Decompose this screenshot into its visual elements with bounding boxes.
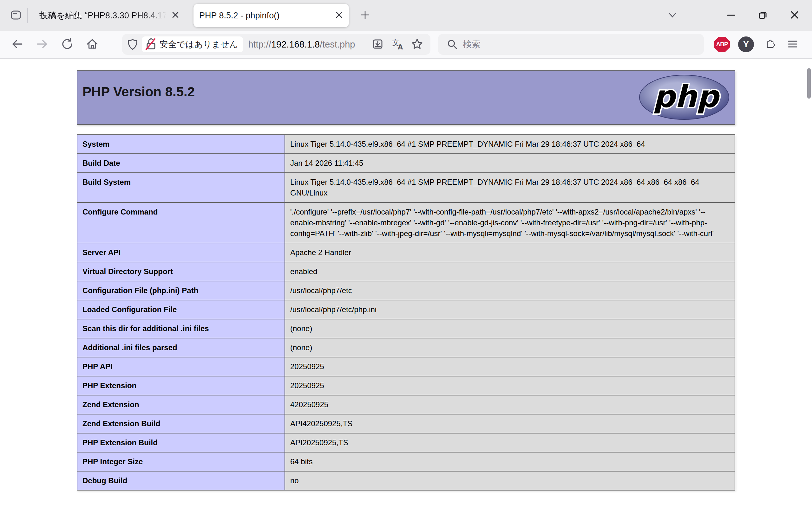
tab-strip: 投稿を編集 “PHP8.3.30 PH8.4.17 PHP PHP 8.5.2 … [0,0,812,31]
security-status-chip[interactable]: 安全ではありません [142,37,243,52]
table-row: Debug Buildno [77,471,735,490]
tab-wordpress-edit[interactable]: 投稿を編集 “PHP8.3.30 PH8.4.17 PHP [34,4,185,27]
new-tab-button[interactable] [357,7,374,24]
row-value: enabled [285,262,735,281]
table-row: Additional .ini files parsed(none) [77,338,735,357]
url-path: /test.php [320,39,355,49]
table-row: Virtual Directory Supportenabled [77,262,735,281]
table-row: Build SystemLinux Tiger 5.14.0-435.el9.x… [77,173,735,203]
tab-close-button[interactable] [334,10,345,21]
app-menu-button[interactable] [784,36,802,53]
row-value: 20250925 [285,376,735,395]
home-button[interactable] [83,35,102,54]
table-row: Server APIApache 2 Handler [77,243,735,262]
tab-separator [27,8,28,23]
page-content: PHP Version 8.5.2 php [0,59,812,506]
tracking-protection-shield-icon[interactable] [125,37,140,52]
row-label: PHP Extension Build [77,433,285,452]
star-icon [411,38,423,51]
urlbar-action-icons: 文 A [366,37,425,52]
url-bar[interactable]: 安全ではありません http://192.168.1.8/test.php [122,34,430,55]
url-text: http://192.168.1.8/test.php [248,39,355,50]
table-row: Configure Command'./configure' '--prefix… [77,203,735,243]
translate-page-button[interactable]: 文 A [390,37,405,52]
back-button[interactable] [7,35,27,54]
row-label: Build System [77,173,285,203]
php-logo-text: php [653,79,720,114]
back-arrow-icon [10,38,24,52]
window-restore-button[interactable] [752,5,773,26]
row-label: Scan this dir for additional .ini files [77,319,285,338]
row-value: 64 bits [285,452,735,471]
tab-close-button[interactable] [170,10,181,21]
svg-text:A: A [398,43,403,50]
translate-icon: 文 A [391,38,404,51]
row-value: Linux Tiger 5.14.0-435.el9.x86_64 #1 SMP… [285,173,735,203]
row-label: PHP Extension [77,376,285,395]
row-label: Build Date [77,154,285,173]
reload-button[interactable] [57,35,77,54]
forward-button[interactable] [32,35,52,54]
row-label: Additional .ini files parsed [77,338,285,357]
row-label: Debug Build [77,471,285,490]
row-value: Linux Tiger 5.14.0-435.el9.x86_64 #1 SMP… [285,135,735,154]
reload-icon [61,38,74,52]
row-value: /usr/local/php7/etc/php.ini [285,300,735,319]
row-value: API20250925,TS [285,433,735,452]
download-icon [371,38,384,51]
tab-phpinfo[interactable]: PHP 8.5.2 - phpinfo() [194,4,349,27]
adblock-plus-extension-button[interactable]: ABP [714,37,730,52]
extensions-button[interactable] [761,36,779,53]
phpinfo-header: PHP Version 8.5.2 php [77,70,735,125]
row-value: (none) [285,319,735,338]
table-row: Loaded Configuration File/usr/local/php7… [77,300,735,319]
search-icon [446,38,458,50]
table-row: Configuration File (php.ini) Path/usr/lo… [77,281,735,300]
bookmark-star-button[interactable] [409,37,425,52]
firefox-view-button[interactable] [7,7,25,24]
row-value: (none) [285,338,735,357]
search-bar[interactable]: 検索 [438,34,704,55]
forward-arrow-icon [36,38,49,52]
search-placeholder: 検索 [463,38,480,50]
url-host: 192.168.1.8 [271,39,320,49]
table-row: Scan this dir for additional .ini files(… [77,319,735,338]
download-page-button[interactable] [370,37,386,52]
account-avatar[interactable]: Y [738,37,754,52]
navigation-toolbar: 安全ではありません http://192.168.1.8/test.php [0,31,812,59]
plus-icon [359,9,371,21]
phpinfo-table-body: SystemLinux Tiger 5.14.0-435.el9.x86_64 … [77,135,735,490]
close-icon [171,11,180,20]
table-row: PHP API20250925 [77,357,735,376]
row-label: Virtual Directory Support [77,262,285,281]
row-value: no [285,471,735,490]
row-label: System [77,135,285,154]
broken-lock-icon [145,37,157,52]
chevron-down-icon [667,9,678,21]
vertical-scrollbar-thumb[interactable] [807,68,811,99]
window-close-button[interactable] [784,5,805,26]
tab-title: PHP 8.5.2 - phpinfo() [199,4,334,27]
list-all-tabs-button[interactable] [664,7,681,24]
table-row: Build DateJan 14 2026 11:41:45 [77,154,735,173]
row-label: Configuration File (php.ini) Path [77,281,285,300]
tab-title: 投稿を編集 “PHP8.3.30 PH8.4.17 PHP [39,4,170,27]
row-value: Apache 2 Handler [285,243,735,262]
row-label: Server API [77,243,285,262]
row-value: Jan 14 2026 11:41:45 [285,154,735,173]
browser-window: 投稿を編集 “PHP8.3.30 PH8.4.17 PHP PHP 8.5.2 … [0,0,812,507]
row-label: Zend Extension [77,395,285,414]
row-value: API420250925,TS [285,414,735,433]
phpinfo-table: SystemLinux Tiger 5.14.0-435.el9.x86_64 … [77,134,735,491]
row-label: Loaded Configuration File [77,300,285,319]
close-icon [335,11,343,20]
table-row: PHP Extension20250925 [77,376,735,395]
page-title: PHP Version 8.5.2 [78,71,734,100]
row-label: PHP API [77,357,285,376]
row-value: 420250925 [285,395,735,414]
table-row: SystemLinux Tiger 5.14.0-435.el9.x86_64 … [77,135,735,154]
row-label: PHP Integer Size [77,452,285,471]
php-logo[interactable]: php [638,74,730,122]
window-minimize-button[interactable] [721,5,742,26]
table-row: PHP Integer Size64 bits [77,452,735,471]
